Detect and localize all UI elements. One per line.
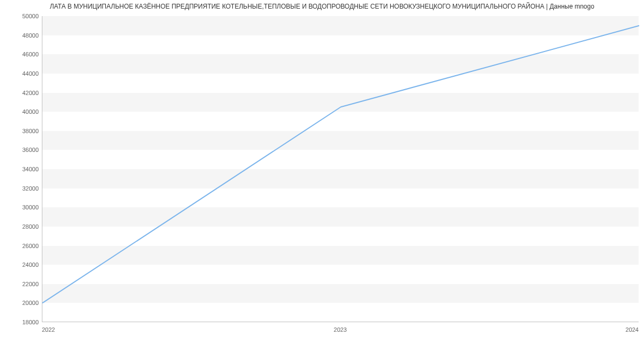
y-tick-label: 50000 xyxy=(22,13,39,19)
y-tick-label: 38000 xyxy=(22,128,39,134)
y-tick-label: 28000 xyxy=(22,223,39,230)
y-tick-label: 44000 xyxy=(22,70,39,77)
y-tick-label: 40000 xyxy=(22,108,39,115)
y-tick-label: 36000 xyxy=(22,147,39,153)
data-line xyxy=(42,26,639,303)
y-tick-label: 32000 xyxy=(22,185,39,192)
y-tick-label: 42000 xyxy=(22,90,39,96)
y-tick-label: 24000 xyxy=(22,261,39,268)
y-tick-label: 48000 xyxy=(22,32,39,39)
line-chart-svg xyxy=(42,16,639,322)
x-tick-label: 2023 xyxy=(334,326,347,333)
chart-container: ЛАТА В МУНИЦИПАЛЬНОЕ КАЗЁННОЕ ПРЕДПРИЯТИ… xyxy=(0,0,644,349)
y-tick-label: 34000 xyxy=(22,166,39,172)
plot-area xyxy=(42,16,639,322)
y-tick-label: 22000 xyxy=(22,281,39,287)
chart-title: ЛАТА В МУНИЦИПАЛЬНОЕ КАЗЁННОЕ ПРЕДПРИЯТИ… xyxy=(50,3,595,10)
y-tick-label: 46000 xyxy=(22,51,39,57)
y-tick-label: 20000 xyxy=(22,300,39,306)
y-tick-label: 18000 xyxy=(22,319,39,325)
y-tick-label: 30000 xyxy=(22,204,39,210)
x-tick-label: 2022 xyxy=(42,326,55,333)
x-tick-label: 2024 xyxy=(626,326,639,333)
y-tick-label: 26000 xyxy=(22,243,39,249)
